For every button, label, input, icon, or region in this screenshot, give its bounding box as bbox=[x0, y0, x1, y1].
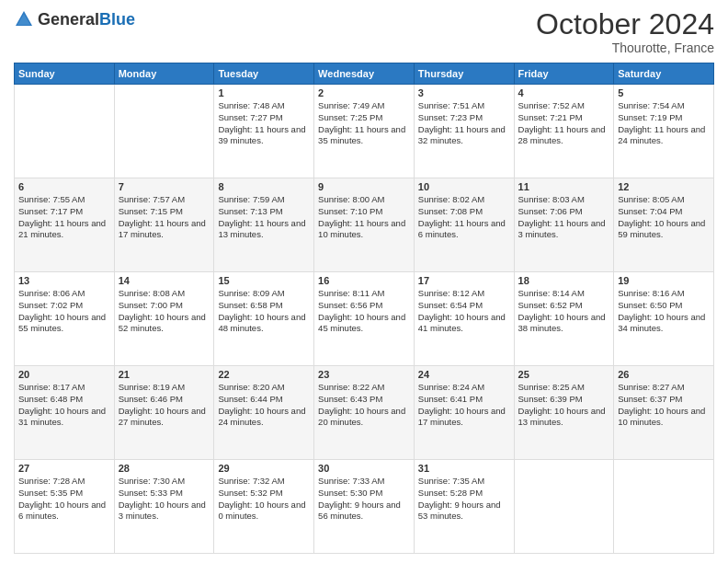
day-info: Sunrise: 8:16 AMSunset: 6:50 PMDaylight:… bbox=[618, 288, 710, 335]
calendar-cell: 28Sunrise: 7:30 AMSunset: 5:33 PMDayligh… bbox=[114, 460, 214, 554]
logo-text: General Blue bbox=[38, 11, 135, 28]
day-number: 8 bbox=[218, 181, 310, 192]
day-info: Sunrise: 8:14 AMSunset: 6:52 PMDaylight:… bbox=[518, 288, 610, 335]
day-info: Sunrise: 8:06 AMSunset: 7:02 PMDaylight:… bbox=[18, 288, 110, 335]
day-number: 25 bbox=[518, 369, 610, 380]
day-info: Sunrise: 8:02 AMSunset: 7:08 PMDaylight:… bbox=[418, 194, 510, 241]
calendar-cell: 20Sunrise: 8:17 AMSunset: 6:48 PMDayligh… bbox=[15, 366, 115, 460]
day-number: 20 bbox=[18, 369, 110, 380]
day-number: 3 bbox=[418, 87, 510, 98]
calendar-cell: 29Sunrise: 7:32 AMSunset: 5:32 PMDayligh… bbox=[214, 460, 314, 554]
calendar-week-row: 6Sunrise: 7:55 AMSunset: 7:17 PMDaylight… bbox=[15, 178, 714, 272]
logo-icon bbox=[14, 9, 34, 29]
day-number: 26 bbox=[618, 369, 710, 380]
day-number: 24 bbox=[418, 369, 510, 380]
day-info: Sunrise: 7:30 AMSunset: 5:33 PMDaylight:… bbox=[119, 476, 210, 523]
day-info: Sunrise: 7:35 AMSunset: 5:28 PMDaylight:… bbox=[418, 476, 510, 523]
weekday-header: Saturday bbox=[614, 63, 714, 85]
day-number: 12 bbox=[618, 181, 710, 192]
day-number: 2 bbox=[318, 87, 410, 98]
calendar-cell bbox=[114, 85, 214, 178]
day-info: Sunrise: 8:22 AMSunset: 6:43 PMDaylight:… bbox=[318, 382, 410, 429]
calendar-cell bbox=[514, 460, 614, 554]
logo-blue: Blue bbox=[99, 11, 135, 28]
calendar-cell: 23Sunrise: 8:22 AMSunset: 6:43 PMDayligh… bbox=[314, 366, 415, 460]
calendar-cell: 5Sunrise: 7:54 AMSunset: 7:19 PMDaylight… bbox=[614, 85, 714, 178]
calendar-cell: 19Sunrise: 8:16 AMSunset: 6:50 PMDayligh… bbox=[614, 272, 714, 366]
day-info: Sunrise: 8:25 AMSunset: 6:39 PMDaylight:… bbox=[518, 382, 610, 429]
calendar-cell: 27Sunrise: 7:28 AMSunset: 5:35 PMDayligh… bbox=[15, 460, 115, 554]
page: General Blue October 2024 Thourotte, Fra… bbox=[0, 0, 728, 563]
weekday-header: Tuesday bbox=[214, 63, 314, 85]
day-info: Sunrise: 8:27 AMSunset: 6:37 PMDaylight:… bbox=[618, 382, 710, 429]
day-info: Sunrise: 8:05 AMSunset: 7:04 PMDaylight:… bbox=[618, 194, 710, 241]
calendar-cell: 15Sunrise: 8:09 AMSunset: 6:58 PMDayligh… bbox=[214, 272, 314, 366]
calendar-week-row: 1Sunrise: 7:48 AMSunset: 7:27 PMDaylight… bbox=[15, 85, 714, 178]
day-info: Sunrise: 8:08 AMSunset: 7:00 PMDaylight:… bbox=[119, 288, 210, 335]
day-number: 15 bbox=[218, 275, 310, 286]
location: Thourotte, France bbox=[536, 40, 714, 55]
day-number: 22 bbox=[218, 369, 310, 380]
calendar-cell: 24Sunrise: 8:24 AMSunset: 6:41 PMDayligh… bbox=[414, 366, 514, 460]
weekday-row: SundayMondayTuesdayWednesdayThursdayFrid… bbox=[15, 63, 714, 85]
calendar-cell: 1Sunrise: 7:48 AMSunset: 7:27 PMDaylight… bbox=[214, 85, 314, 178]
calendar-cell bbox=[15, 85, 115, 178]
calendar: SundayMondayTuesdayWednesdayThursdayFrid… bbox=[14, 63, 714, 554]
weekday-header: Thursday bbox=[414, 63, 514, 85]
day-info: Sunrise: 8:11 AMSunset: 6:56 PMDaylight:… bbox=[318, 288, 410, 335]
day-number: 11 bbox=[518, 181, 610, 192]
day-number: 28 bbox=[119, 463, 210, 474]
calendar-cell: 8Sunrise: 7:59 AMSunset: 7:13 PMDaylight… bbox=[214, 178, 314, 272]
calendar-week-row: 27Sunrise: 7:28 AMSunset: 5:35 PMDayligh… bbox=[15, 460, 714, 554]
calendar-cell: 13Sunrise: 8:06 AMSunset: 7:02 PMDayligh… bbox=[15, 272, 115, 366]
day-number: 18 bbox=[518, 275, 610, 286]
day-info: Sunrise: 8:24 AMSunset: 6:41 PMDaylight:… bbox=[418, 382, 510, 429]
calendar-cell: 14Sunrise: 8:08 AMSunset: 7:00 PMDayligh… bbox=[114, 272, 214, 366]
calendar-cell: 3Sunrise: 7:51 AMSunset: 7:23 PMDaylight… bbox=[414, 85, 514, 178]
day-info: Sunrise: 8:12 AMSunset: 6:54 PMDaylight:… bbox=[418, 288, 510, 335]
day-info: Sunrise: 8:03 AMSunset: 7:06 PMDaylight:… bbox=[518, 194, 610, 241]
calendar-body: 1Sunrise: 7:48 AMSunset: 7:27 PMDaylight… bbox=[15, 85, 714, 554]
day-info: Sunrise: 7:49 AMSunset: 7:25 PMDaylight:… bbox=[318, 100, 410, 147]
day-info: Sunrise: 7:54 AMSunset: 7:19 PMDaylight:… bbox=[618, 100, 710, 147]
day-info: Sunrise: 7:55 AMSunset: 7:17 PMDaylight:… bbox=[18, 194, 110, 241]
day-number: 19 bbox=[618, 275, 710, 286]
day-number: 6 bbox=[18, 181, 110, 192]
weekday-header: Monday bbox=[114, 63, 214, 85]
day-info: Sunrise: 7:32 AMSunset: 5:32 PMDaylight:… bbox=[218, 476, 310, 523]
calendar-cell: 6Sunrise: 7:55 AMSunset: 7:17 PMDaylight… bbox=[15, 178, 115, 272]
calendar-week-row: 13Sunrise: 8:06 AMSunset: 7:02 PMDayligh… bbox=[15, 272, 714, 366]
calendar-cell: 30Sunrise: 7:33 AMSunset: 5:30 PMDayligh… bbox=[314, 460, 415, 554]
day-info: Sunrise: 7:59 AMSunset: 7:13 PMDaylight:… bbox=[218, 194, 310, 241]
day-number: 30 bbox=[318, 463, 410, 474]
calendar-header: SundayMondayTuesdayWednesdayThursdayFrid… bbox=[15, 63, 714, 85]
calendar-cell: 31Sunrise: 7:35 AMSunset: 5:28 PMDayligh… bbox=[414, 460, 514, 554]
calendar-cell: 21Sunrise: 8:19 AMSunset: 6:46 PMDayligh… bbox=[114, 366, 214, 460]
calendar-cell: 16Sunrise: 8:11 AMSunset: 6:56 PMDayligh… bbox=[314, 272, 415, 366]
calendar-cell: 11Sunrise: 8:03 AMSunset: 7:06 PMDayligh… bbox=[514, 178, 614, 272]
calendar-cell: 22Sunrise: 8:20 AMSunset: 6:44 PMDayligh… bbox=[214, 366, 314, 460]
day-info: Sunrise: 7:48 AMSunset: 7:27 PMDaylight:… bbox=[218, 100, 310, 147]
day-number: 7 bbox=[119, 181, 210, 192]
day-number: 29 bbox=[218, 463, 310, 474]
logo-general: General bbox=[38, 11, 99, 28]
day-number: 31 bbox=[418, 463, 510, 474]
day-info: Sunrise: 7:28 AMSunset: 5:35 PMDaylight:… bbox=[18, 476, 110, 523]
day-number: 13 bbox=[18, 275, 110, 286]
calendar-cell: 2Sunrise: 7:49 AMSunset: 7:25 PMDaylight… bbox=[314, 85, 415, 178]
calendar-cell: 26Sunrise: 8:27 AMSunset: 6:37 PMDayligh… bbox=[614, 366, 714, 460]
calendar-cell: 25Sunrise: 8:25 AMSunset: 6:39 PMDayligh… bbox=[514, 366, 614, 460]
calendar-cell: 4Sunrise: 7:52 AMSunset: 7:21 PMDaylight… bbox=[514, 85, 614, 178]
day-number: 16 bbox=[318, 275, 410, 286]
title-section: October 2024 Thourotte, France bbox=[536, 9, 714, 55]
day-number: 27 bbox=[18, 463, 110, 474]
calendar-cell: 12Sunrise: 8:05 AMSunset: 7:04 PMDayligh… bbox=[614, 178, 714, 272]
calendar-cell: 18Sunrise: 8:14 AMSunset: 6:52 PMDayligh… bbox=[514, 272, 614, 366]
logo: General Blue bbox=[14, 9, 135, 29]
day-number: 10 bbox=[418, 181, 510, 192]
day-number: 4 bbox=[518, 87, 610, 98]
calendar-cell: 9Sunrise: 8:00 AMSunset: 7:10 PMDaylight… bbox=[314, 178, 415, 272]
calendar-cell: 10Sunrise: 8:02 AMSunset: 7:08 PMDayligh… bbox=[414, 178, 514, 272]
day-number: 5 bbox=[618, 87, 710, 98]
header: General Blue October 2024 Thourotte, Fra… bbox=[14, 9, 714, 55]
